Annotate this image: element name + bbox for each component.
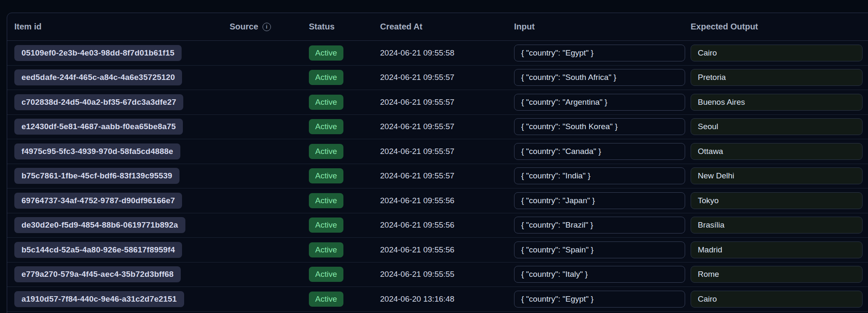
item-id-badge[interactable]: a1910d57-7f84-440c-9e46-a31c2d7e2151 xyxy=(14,291,184,307)
status-cell: Active xyxy=(302,218,373,233)
expected-output-box[interactable]: Seoul xyxy=(691,118,863,135)
created-at-value: 2024-06-20 13:16:48 xyxy=(380,294,454,303)
column-header-expected-output-label: Expected Output xyxy=(691,22,758,32)
created-at-value: 2024-06-21 09:55:57 xyxy=(380,73,454,82)
table-row: de30d2e0-f5d9-4854-88b6-0619771b892a Act… xyxy=(7,213,868,238)
column-header-expected-output: Expected Output xyxy=(683,22,868,32)
input-cell: { "country": "Brazil" } xyxy=(507,217,683,233)
created-at-cell: 2024-06-21 09:55:56 xyxy=(373,220,507,230)
item-id-badge[interactable]: e779a270-579a-4f45-aec4-35b72d3bff68 xyxy=(14,266,181,282)
input-value-box[interactable]: { "country": "Egypt" } xyxy=(514,291,685,308)
item-id-cell: b75c7861-1fbe-45cf-bdf6-83f139c95539 xyxy=(7,168,222,184)
column-header-status-label: Status xyxy=(309,22,335,32)
input-value-box[interactable]: { "country": "Japan" } xyxy=(514,192,685,209)
expected-output-box[interactable]: Tokyo xyxy=(691,192,863,209)
item-id-cell: 69764737-34af-4752-9787-d90df96166e7 xyxy=(7,193,222,209)
created-at-cell: 2024-06-21 09:55:56 xyxy=(373,196,507,205)
expected-output-cell: Cairo xyxy=(683,45,868,61)
expected-output-box[interactable]: Brasília xyxy=(691,217,863,233)
created-at-cell: 2024-06-21 09:55:57 xyxy=(373,171,507,180)
item-id-badge[interactable]: de30d2e0-f5d9-4854-88b6-0619771b892a xyxy=(14,217,185,233)
item-id-badge[interactable]: c702838d-24d5-40a2-bf35-67dc3a3dfe27 xyxy=(14,94,183,110)
expected-output-box[interactable]: Cairo xyxy=(691,291,863,308)
input-value-box[interactable]: { "country": "India" } xyxy=(514,167,685,184)
status-cell: Active xyxy=(302,95,373,110)
created-at-cell: 2024-06-20 13:16:48 xyxy=(373,294,507,304)
input-cell: { "country": "Egypt" } xyxy=(507,291,683,308)
created-at-value: 2024-06-21 09:55:57 xyxy=(380,122,454,131)
created-at-value: 2024-06-21 09:55:57 xyxy=(380,147,454,156)
expected-output-cell: Buenos Aires xyxy=(683,94,868,111)
input-cell: { "country": "South Africa" } xyxy=(507,69,683,86)
column-header-item-id-label: Item id xyxy=(14,22,41,32)
status-badge: Active xyxy=(309,70,343,85)
expected-output-box[interactable]: New Delhi xyxy=(691,167,863,184)
input-cell: { "country": "South Korea" } xyxy=(507,118,683,135)
info-icon[interactable]: i xyxy=(263,23,271,31)
input-value-box[interactable]: { "country": "Canada" } xyxy=(514,143,685,160)
status-cell: Active xyxy=(302,144,373,159)
item-id-badge[interactable]: b75c7861-1fbe-45cf-bdf6-83f139c95539 xyxy=(14,168,179,184)
created-at-cell: 2024-06-21 09:55:55 xyxy=(373,270,507,279)
item-id-badge[interactable]: e12430df-5e81-4687-aabb-f0ea65be8a75 xyxy=(14,119,183,135)
status-cell: Active xyxy=(302,267,373,282)
input-cell: { "country": "Spain" } xyxy=(507,241,683,258)
status-cell: Active xyxy=(302,119,373,134)
dataset-items-table: Item id Source i Status Created At Input… xyxy=(7,13,868,313)
created-at-value: 2024-06-21 09:55:56 xyxy=(380,220,454,229)
created-at-value: 2024-06-21 09:55:57 xyxy=(380,98,454,106)
created-at-value: 2024-06-21 09:55:57 xyxy=(380,171,454,180)
expected-output-box[interactable]: Buenos Aires xyxy=(691,94,863,111)
expected-output-box[interactable]: Rome xyxy=(691,266,863,283)
item-id-badge[interactable]: f4975c95-5fc3-4939-970d-58fa5cd4888e xyxy=(14,143,180,159)
status-cell: Active xyxy=(302,292,373,307)
input-value-box[interactable]: { "country": "Italy" } xyxy=(514,266,685,283)
item-id-cell: a1910d57-7f84-440c-9e46-a31c2d7e2151 xyxy=(7,291,222,307)
input-value-box[interactable]: { "country": "Egypt" } xyxy=(514,45,685,61)
item-id-cell: eed5dafe-244f-465c-a84c-4a6e35725120 xyxy=(7,69,222,85)
input-value-box[interactable]: { "country": "Spain" } xyxy=(514,241,685,258)
item-id-badge[interactable]: b5c144cd-52a5-4a80-926e-58617f8959f4 xyxy=(14,242,182,258)
column-header-created-at: Created At xyxy=(373,22,507,32)
expected-output-cell: Cairo xyxy=(683,291,868,308)
expected-output-box[interactable]: Cairo xyxy=(691,45,863,61)
item-id-badge[interactable]: eed5dafe-244f-465c-a84c-4a6e35725120 xyxy=(14,69,182,85)
expected-output-cell: Pretoria xyxy=(683,69,868,86)
created-at-cell: 2024-06-21 09:55:57 xyxy=(373,98,507,107)
status-cell: Active xyxy=(302,70,373,85)
status-cell: Active xyxy=(302,193,373,208)
created-at-value: 2024-06-21 09:55:56 xyxy=(380,245,454,254)
table-body: 05109ef0-2e3b-4e03-98dd-8f7d01b61f15 Act… xyxy=(7,41,868,312)
item-id-badge[interactable]: 05109ef0-2e3b-4e03-98dd-8f7d01b61f15 xyxy=(14,45,182,61)
input-value-box[interactable]: { "country": "South Korea" } xyxy=(514,118,685,135)
created-at-value: 2024-06-21 09:55:56 xyxy=(380,196,454,205)
expected-output-box[interactable]: Ottawa xyxy=(691,143,863,160)
table-row: c702838d-24d5-40a2-bf35-67dc3a3dfe27 Act… xyxy=(7,90,868,115)
expected-output-box[interactable]: Madrid xyxy=(691,241,863,258)
expected-output-box[interactable]: Pretoria xyxy=(691,69,863,86)
status-badge: Active xyxy=(309,144,343,159)
column-header-created-at-label: Created At xyxy=(380,22,422,32)
status-badge: Active xyxy=(309,95,343,110)
column-header-status: Status xyxy=(302,22,373,32)
item-id-cell: 05109ef0-2e3b-4e03-98dd-8f7d01b61f15 xyxy=(7,45,222,61)
table-row: a1910d57-7f84-440c-9e46-a31c2d7e2151 Act… xyxy=(7,287,868,312)
input-value-box[interactable]: { "country": "Argentina" } xyxy=(514,94,685,111)
item-id-badge[interactable]: 69764737-34af-4752-9787-d90df96166e7 xyxy=(14,193,182,209)
expected-output-cell: Rome xyxy=(683,266,868,283)
created-at-cell: 2024-06-21 09:55:57 xyxy=(373,147,507,156)
created-at-value: 2024-06-21 09:55:58 xyxy=(380,48,454,57)
created-at-value: 2024-06-21 09:55:55 xyxy=(380,270,454,279)
input-value-box[interactable]: { "country": "South Africa" } xyxy=(514,69,685,86)
input-cell: { "country": "Egypt" } xyxy=(507,45,683,61)
input-cell: { "country": "Argentina" } xyxy=(507,94,683,111)
column-header-source-label: Source xyxy=(230,22,258,32)
table-row: 69764737-34af-4752-9787-d90df96166e7 Act… xyxy=(7,188,868,213)
expected-output-cell: Ottawa xyxy=(683,143,868,160)
input-cell: { "country": "Italy" } xyxy=(507,266,683,283)
input-value-box[interactable]: { "country": "Brazil" } xyxy=(514,217,685,233)
status-badge: Active xyxy=(309,242,343,257)
item-id-cell: c702838d-24d5-40a2-bf35-67dc3a3dfe27 xyxy=(7,94,222,110)
column-header-item-id: Item id xyxy=(7,22,222,32)
item-id-cell: e779a270-579a-4f45-aec4-35b72d3bff68 xyxy=(7,266,222,282)
